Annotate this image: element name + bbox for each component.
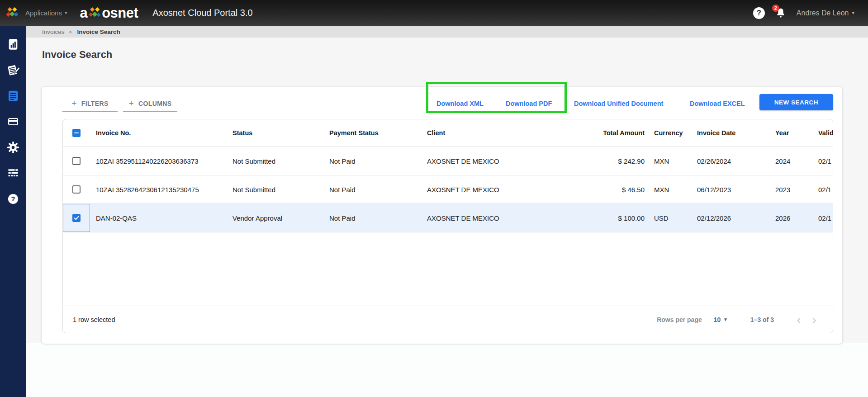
download-unified-document-link[interactable]: Download Unified Document	[574, 99, 663, 108]
cell-invoice-no: DAN-02-QAS	[90, 214, 227, 222]
notification-badge: 2	[772, 5, 779, 12]
cell-status: Vendor Approval	[227, 214, 323, 222]
cell-total-amount: $ 100.00	[593, 214, 648, 222]
sidebar-item-analytics-report-icon[interactable]	[0, 31, 26, 57]
sidebar-item-invoice-document-icon[interactable]	[0, 83, 26, 109]
breadcrumb-current: Invoice Search	[77, 28, 120, 35]
cell-invoice-no: 10ZAI 3529511240226203636373	[90, 157, 227, 165]
sidebar-item-notes-edit-icon[interactable]	[0, 57, 26, 83]
rows-per-page-label: Rows per page	[657, 316, 702, 323]
plus-icon: +	[128, 99, 134, 109]
cell-year: 2024	[769, 157, 812, 165]
cell-currency: MXN	[648, 157, 691, 165]
header-payment-status[interactable]: Payment Status	[323, 129, 421, 137]
plus-icon: +	[71, 99, 77, 109]
breadcrumb: Invoices < Invoice Search	[26, 26, 868, 38]
sidebar-item-credit-card-icon[interactable]	[0, 109, 26, 134]
portal-title: Axosnet Cloud Portal 3.0	[152, 8, 252, 18]
cell-client: AXOSNET DE MEXICO	[421, 214, 593, 222]
download-pdf-link[interactable]: Download PDF	[506, 99, 552, 108]
user-menu[interactable]: Andres De Leon ▾	[797, 9, 854, 17]
cell-invoice-date: 06/12/2023	[691, 186, 769, 194]
table-header-row: Invoice No. Status Payment Status Client…	[63, 119, 833, 147]
row-checkbox-cell	[63, 147, 90, 175]
cell-total-amount: $ 242.90	[593, 157, 648, 165]
header-client[interactable]: Client	[421, 129, 593, 137]
chevron-down-icon: ▾	[852, 10, 854, 16]
help-icon[interactable]: ?	[753, 7, 765, 19]
brand-text-prefix: a	[80, 5, 87, 21]
invoice-table: Invoice No. Status Payment Status Client…	[62, 119, 833, 333]
table-footer: 1 row selected Rows per page 10 ▾ 1–3 of…	[63, 306, 833, 333]
top-navbar: Applications ▾ a osnet Axosnet Cloud Por…	[0, 0, 868, 26]
sidebar-item-settings-gear-icon[interactable]	[0, 134, 26, 160]
row-checkbox[interactable]	[72, 185, 81, 194]
invoice-search-card: + FILTERS + COLUMNS Download XML Downloa…	[42, 87, 842, 344]
header-year[interactable]: Year	[769, 129, 812, 137]
axosnet-brand-logo: a osnet	[80, 5, 138, 21]
header-valid[interactable]: Valid	[812, 129, 833, 137]
breadcrumb-separator: <	[69, 28, 73, 35]
check-icon	[73, 215, 80, 221]
breadcrumb-parent-link[interactable]: Invoices	[42, 28, 65, 35]
row-checkbox-checked[interactable]	[72, 214, 81, 222]
page-title: Invoice Search	[42, 49, 112, 61]
cell-valid: 02/1	[812, 186, 833, 194]
header-currency[interactable]: Currency	[648, 129, 691, 137]
row-checkbox[interactable]	[72, 157, 81, 165]
rows-per-page-select[interactable]: 10 ▾	[714, 316, 727, 323]
chevron-down-icon: ▾	[65, 10, 67, 16]
cell-total-amount: $ 46.50	[593, 186, 648, 194]
brand-diamond-x-icon	[88, 6, 101, 20]
row-checkbox-cell	[63, 204, 90, 232]
download-xml-link[interactable]: Download XML	[436, 99, 484, 108]
header-invoice-date[interactable]: Invoice Date	[691, 129, 769, 137]
cell-currency: USD	[648, 214, 691, 222]
svg-text:?: ?	[11, 195, 15, 203]
main-content: Invoice Search + FILTERS + COLUMNS Downl…	[26, 38, 868, 397]
brand-text-suffix: osnet	[102, 5, 138, 21]
user-name: Andres De Leon	[797, 9, 849, 17]
cell-year: 2026	[769, 214, 812, 222]
indeterminate-minus-icon	[74, 132, 79, 133]
new-search-button[interactable]: NEW SEARCH	[759, 94, 833, 110]
cell-payment-status: Not Paid	[323, 186, 421, 194]
cell-valid: 02/1	[812, 214, 833, 222]
select-all-checkbox[interactable]	[72, 129, 81, 137]
notifications-button[interactable]: 2	[775, 7, 787, 19]
sidebar-item-task-queue-icon[interactable]	[0, 160, 26, 186]
navbar-right-group: ? 2 Andres De Leon ▾	[753, 7, 868, 19]
previous-page-button[interactable]: ‹	[791, 314, 806, 326]
table-row[interactable]: 10ZAI 3528264230612135230475 Not Submitt…	[63, 175, 833, 204]
cell-invoice-no: 10ZAI 3528264230612135230475	[90, 186, 227, 194]
cell-payment-status: Not Paid	[323, 214, 421, 222]
header-status[interactable]: Status	[227, 129, 323, 137]
cell-year: 2023	[769, 186, 812, 194]
next-page-button[interactable]: ›	[806, 314, 822, 326]
axosnet-pinwheel-logo-icon	[5, 5, 20, 21]
cell-client: AXOSNET DE MEXICO	[421, 186, 593, 194]
download-excel-link[interactable]: Download EXCEL	[690, 99, 745, 108]
header-invoice-no[interactable]: Invoice No.	[90, 129, 227, 137]
cell-invoice-date: 02/12/2026	[691, 214, 769, 222]
columns-button[interactable]: + COLUMNS	[123, 95, 177, 112]
left-sidebar: ?	[0, 26, 26, 397]
caret-down-icon: ▾	[724, 317, 727, 322]
sidebar-item-help-icon[interactable]: ?	[0, 186, 26, 212]
applications-menu[interactable]: Applications ▾	[25, 9, 67, 17]
cell-payment-status: Not Paid	[323, 157, 421, 165]
cell-status: Not Submitted	[227, 157, 323, 165]
applications-label: Applications	[25, 9, 62, 17]
row-checkbox-cell	[63, 175, 90, 203]
filters-button[interactable]: + FILTERS	[62, 95, 118, 112]
cell-status: Not Submitted	[227, 186, 323, 194]
page-range-text: 1–3 of 3	[750, 316, 774, 323]
cell-invoice-date: 02/26/2024	[691, 157, 769, 165]
pagination-controls: Rows per page 10 ▾ 1–3 of 3 ‹ ›	[657, 314, 833, 326]
table-empty-area	[63, 232, 833, 306]
app-window: Applications ▾ a osnet Axosnet Cloud Por…	[0, 0, 868, 397]
header-total-amount[interactable]: Total Amount	[593, 129, 648, 137]
cell-currency: MXN	[648, 186, 691, 194]
table-row-selected[interactable]: DAN-02-QAS Vendor Approval Not Paid AXOS…	[63, 204, 833, 232]
table-row[interactable]: 10ZAI 3529511240226203636373 Not Submitt…	[63, 147, 833, 175]
